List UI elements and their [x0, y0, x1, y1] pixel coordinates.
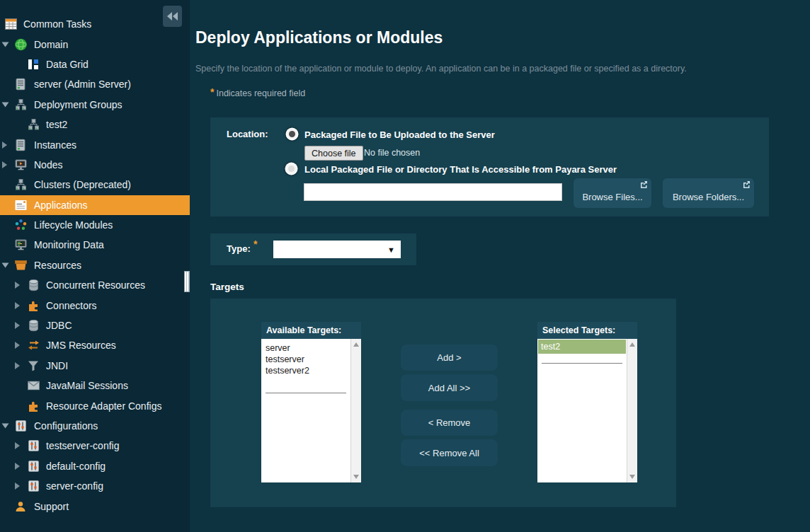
database-icon	[27, 279, 40, 291]
sidebar-item-testserver-config[interactable]: testserver-config	[0, 436, 190, 456]
radio-local-packaged-file[interactable]	[286, 163, 297, 174]
sidebar-item-label: server-config	[46, 480, 103, 492]
sidebar-item-server-config[interactable]: server-config	[0, 476, 190, 496]
tree-expanded-icon[interactable]	[1, 423, 9, 429]
monitoring-icon	[14, 239, 27, 250]
cluster-icon	[14, 179, 27, 191]
sidebar-item-monitoring-data[interactable]: Monitoring Data	[0, 235, 190, 255]
sidebar-item-default-config[interactable]: default-config	[0, 456, 190, 476]
list-item-server[interactable]: server	[266, 342, 350, 354]
sidebar-item-label: Monitoring Data	[34, 239, 104, 250]
sidebar-splitter-handle[interactable]	[184, 271, 190, 292]
sidebar-item-data-grid[interactable]: Data Grid	[0, 54, 190, 74]
sidebar-item-label: Data Grid	[46, 59, 89, 70]
sidebar-item-label: test2	[46, 119, 67, 130]
cluster-icon	[27, 119, 40, 131]
sidebar-item-configurations[interactable]: Configurations	[0, 416, 190, 436]
sidebar-item-label: Configurations	[34, 420, 98, 432]
sidebar-item-javamail-sessions[interactable]: JavaMail Sessions	[0, 376, 190, 395]
sidebar-item-jndi[interactable]: JNDI	[0, 356, 190, 376]
sidebar-item-label: Nodes	[34, 159, 62, 170]
sidebar-item-jms-resources[interactable]: JMS Resources	[0, 335, 190, 355]
tree-expanded-icon[interactable]	[1, 41, 9, 47]
server-icon	[14, 139, 27, 151]
sidebar-item-server-admin-server[interactable]: server (Admin Server)	[0, 74, 190, 94]
tree-collapsed-icon[interactable]	[14, 482, 21, 490]
local-path-input[interactable]	[304, 183, 562, 201]
sidebar-item-deployment-groups[interactable]: Deployment Groups	[0, 95, 190, 115]
page-description: Specify the location of the application …	[195, 64, 687, 74]
sidebar-item-nodes[interactable]: Nodes	[0, 155, 190, 175]
browse-folders-button[interactable]: Browse Folders...	[663, 178, 754, 208]
sidebar-item-jdbc[interactable]: JDBC	[0, 316, 190, 335]
tree-collapsed-icon[interactable]	[1, 161, 8, 168]
list-item-testserver2[interactable]: testserver2	[266, 365, 350, 376]
list-item-test2[interactable]: test2	[538, 340, 626, 354]
selected-list-scrollbar[interactable]	[627, 339, 637, 482]
targets-panel: Available Targets: servertestservertests…	[210, 299, 676, 507]
location-panel: Location: Packaged File to Be Uploaded t…	[210, 117, 769, 216]
sidebar-item-lifecycle-modules[interactable]: Lifecycle Modules	[0, 215, 190, 235]
sidebar-item-label: Instances	[34, 139, 76, 151]
choose-file-button[interactable]: Choose file	[304, 146, 363, 161]
resources-box-icon	[14, 260, 27, 270]
common-tasks-icon	[4, 18, 17, 30]
remove-all-button[interactable]: << Remove All	[401, 439, 498, 466]
mail-envelope-icon	[27, 381, 40, 391]
sidebar-item-concurrent-resources[interactable]: Concurrent Resources	[0, 275, 190, 295]
sliders-icon	[27, 461, 40, 472]
puzzle-icon	[27, 300, 40, 311]
list-item-testserver[interactable]: testserver	[266, 354, 350, 365]
add-button[interactable]: Add >	[401, 345, 498, 371]
lifecycle-icon	[14, 219, 27, 231]
browse-files-button[interactable]: Browse Files...	[574, 178, 651, 208]
server-icon	[14, 79, 27, 91]
tree-collapsed-icon[interactable]	[14, 362, 21, 369]
external-link-icon	[640, 180, 648, 188]
sidebar-item-clusters-deprecated[interactable]: Clusters (Deprecated)	[0, 175, 190, 195]
sidebar-item-label: Deployment Groups	[34, 99, 122, 110]
sidebar-item-resources[interactable]: Resources	[0, 255, 190, 275]
upload-option-label: Packaged File to Be Uploaded to the Serv…	[304, 129, 495, 140]
sidebar-item-label: Resources	[34, 260, 81, 271]
sidebar-item-label: JMS Resources	[46, 340, 116, 351]
sidebar-collapse-button[interactable]	[163, 6, 182, 27]
sidebar-item-label: server (Admin Server)	[34, 79, 131, 90]
tree-collapsed-icon[interactable]	[14, 442, 21, 450]
remove-button[interactable]: < Remove	[401, 410, 498, 436]
targets-heading: Targets	[210, 282, 244, 292]
sidebar-item-instances[interactable]: Instances	[0, 134, 190, 154]
selected-targets-label: Selected Targets:	[537, 322, 637, 339]
tree-collapsed-icon[interactable]	[14, 282, 21, 289]
tree-collapsed-icon[interactable]	[14, 462, 21, 470]
database-icon	[27, 320, 40, 332]
tree-collapsed-icon[interactable]	[14, 322, 21, 330]
sidebar-item-domain[interactable]: Domain	[0, 34, 190, 54]
tree-collapsed-icon[interactable]	[14, 342, 21, 349]
sidebar-item-applications[interactable]: Applications	[0, 195, 190, 215]
selected-targets-list[interactable]: test2	[537, 339, 637, 482]
type-select[interactable]: ▼	[273, 241, 401, 258]
add-all-button[interactable]: Add All >>	[401, 374, 498, 401]
external-link-icon	[743, 180, 751, 188]
sidebar-item-resource-adapter-configs[interactable]: Resource Adapter Configs	[0, 395, 190, 415]
tree-expanded-icon[interactable]	[1, 101, 9, 108]
scroll-up-icon	[353, 342, 359, 347]
available-list-scrollbar[interactable]	[350, 339, 361, 482]
required-field-note: *Indicates required field	[210, 88, 305, 98]
jms-arrows-icon	[27, 340, 40, 350]
radio-packaged-file-upload[interactable]	[287, 129, 297, 139]
available-targets-list[interactable]: servertestservertestserver2	[261, 339, 361, 482]
sidebar-item-label: testserver-config	[46, 440, 119, 451]
cluster-icon	[14, 98, 27, 110]
type-label: Type:	[227, 243, 251, 254]
sliders-icon	[27, 440, 40, 451]
scroll-up-icon	[629, 342, 635, 347]
sidebar-item-common-tasks[interactable]: Common Tasks	[0, 14, 190, 34]
tree-collapsed-icon[interactable]	[1, 141, 8, 149]
sidebar-item-support[interactable]: Support	[0, 496, 190, 516]
sidebar-item-connectors[interactable]: Connectors	[0, 295, 190, 315]
sidebar-item-test2[interactable]: test2	[0, 115, 190, 134]
tree-collapsed-icon[interactable]	[14, 301, 21, 309]
tree-expanded-icon[interactable]	[1, 262, 9, 268]
